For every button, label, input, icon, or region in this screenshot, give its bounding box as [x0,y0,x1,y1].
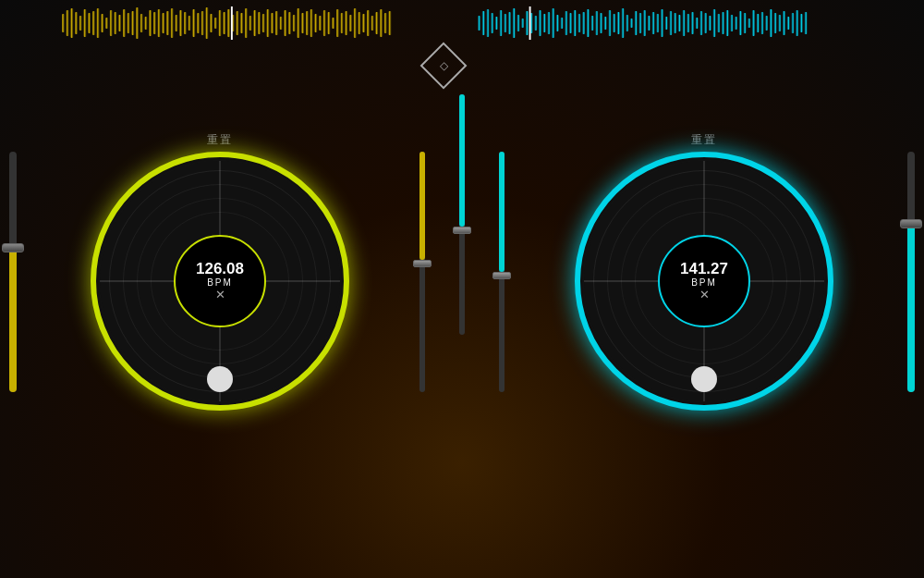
svg-rect-112 [630,18,633,28]
svg-rect-35 [214,18,217,29]
svg-rect-58 [314,14,317,32]
svg-rect-36 [219,10,222,36]
svg-rect-117 [652,12,655,34]
svg-rect-94 [552,8,554,38]
svg-rect-4 [79,16,82,31]
svg-rect-138 [744,13,747,33]
svg-rect-48 [271,13,274,33]
svg-rect-8 [97,8,100,38]
svg-rect-137 [739,11,742,35]
right-pitch-thumb[interactable] [492,272,511,279]
svg-rect-15 [128,13,130,33]
svg-rect-96 [561,18,564,29]
right-vol-track [907,152,915,392]
svg-rect-84 [508,12,511,34]
svg-rect-31 [197,13,200,33]
svg-rect-132 [717,14,720,32]
center-deck-area [434,85,490,458]
svg-rect-7 [92,11,95,35]
svg-rect-12 [114,12,116,34]
svg-rect-133 [722,12,724,34]
svg-rect-57 [310,9,313,37]
svg-rect-61 [327,12,330,34]
svg-rect-22 [158,9,161,37]
svg-rect-42 [245,8,248,38]
right-bpm-label: BPM [691,277,717,288]
svg-rect-116 [648,16,650,31]
svg-rect-2 [70,8,73,38]
right-bpm-value: 141.27 [680,261,728,278]
svg-rect-129 [704,13,707,33]
svg-rect-63 [336,9,339,37]
svg-rect-1 [67,10,69,36]
svg-rect-16 [131,11,134,35]
svg-rect-21 [153,12,156,34]
svg-rect-104 [595,11,598,35]
svg-rect-77 [478,16,480,31]
svg-rect-59 [319,16,322,31]
svg-rect-128 [700,11,703,35]
left-turntable: 重置 [26,132,414,411]
svg-rect-134 [726,10,729,36]
svg-rect-148 [787,17,790,30]
deck-area: 重置 [0,85,924,458]
svg-rect-144 [770,9,772,37]
svg-rect-45 [258,12,261,34]
svg-rect-74 [384,13,387,33]
left-vol-thumb[interactable] [2,243,24,252]
svg-rect-56 [306,11,309,35]
svg-rect-106 [604,17,607,30]
svg-rect-29 [188,16,191,31]
svg-rect-107 [609,10,612,36]
svg-rect-98 [569,13,572,33]
svg-rect-66 [349,15,352,31]
svg-rect-27 [179,10,182,36]
svg-rect-120 [665,17,668,30]
right-volume-slider[interactable] [902,152,920,392]
svg-rect-38 [227,9,230,37]
left-pitch-thumb[interactable] [413,260,432,267]
svg-rect-65 [345,11,347,35]
left-inner: 126.08 BPM ✕ [100,161,340,401]
left-pitch-track [419,152,425,392]
svg-rect-101 [582,12,585,34]
svg-rect-97 [565,11,567,35]
svg-rect-37 [223,12,225,34]
right-inner: 141.27 BPM ✕ [584,161,824,401]
svg-rect-118 [656,14,659,32]
svg-rect-125 [687,14,689,32]
svg-rect-60 [323,10,326,36]
svg-rect-127 [696,18,699,29]
svg-rect-126 [691,12,694,34]
svg-rect-91 [539,10,541,36]
center-pitch [459,94,465,335]
svg-rect-13 [118,15,121,31]
left-turntable-disk[interactable]: 126.08 BPM ✕ [91,152,349,411]
svg-rect-136 [735,17,737,30]
svg-rect-81 [495,17,498,30]
svg-rect-130 [709,16,711,31]
svg-rect-34 [210,14,213,32]
left-volume-slider[interactable] [4,152,22,392]
svg-rect-67 [354,8,357,38]
svg-rect-44 [253,10,256,36]
svg-rect-108 [613,14,615,32]
left-bpm-value: 126.08 [196,261,244,278]
svg-rect-51 [284,10,286,36]
svg-rect-82 [500,10,503,36]
main-container: ♪ Sugar [0,0,924,578]
right-bpm-x: ✕ [699,288,710,301]
right-turntable-disk[interactable]: 141.27 BPM ✕ [575,152,833,411]
left-pitch-slider[interactable] [419,152,425,392]
svg-rect-141 [757,14,760,32]
right-pitch-slider[interactable] [499,152,505,392]
right-vol-thumb[interactable] [900,219,922,228]
svg-rect-100 [578,14,581,32]
center-thumb[interactable] [453,227,471,234]
left-bpm-x: ✕ [215,288,225,301]
svg-rect-46 [262,14,265,32]
svg-rect-150 [796,10,798,36]
right-bpm-circle: 141.27 BPM ✕ [658,235,750,327]
svg-rect-95 [556,15,559,31]
svg-rect-86 [517,15,520,31]
